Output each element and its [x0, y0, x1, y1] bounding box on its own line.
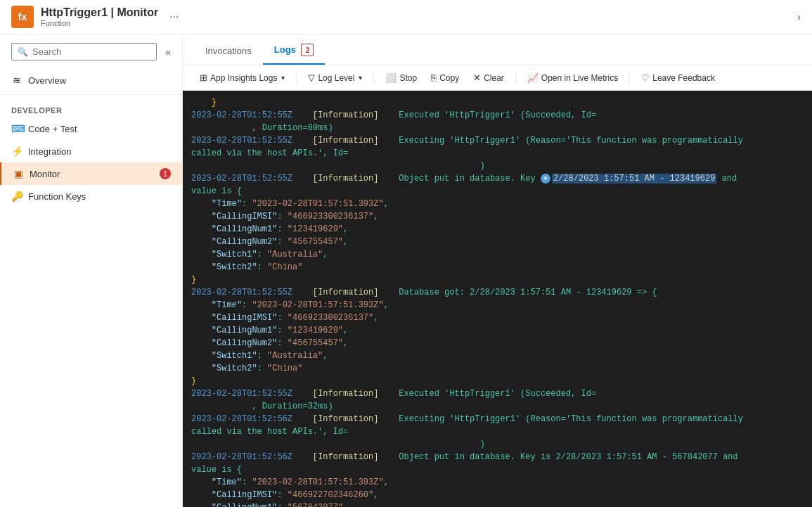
sidebar-item-label: Integration: [28, 146, 71, 157]
log-line: value is {: [191, 463, 804, 476]
copy-button[interactable]: ⎘ Copy: [425, 70, 465, 86]
log-line: "Switch2": "China": [191, 261, 804, 274]
app-insights-icon: ⊞: [200, 72, 207, 83]
log-line: "Time": "2023-02-28T01:57:51.393Z",: [191, 198, 804, 210]
overview-icon: ≋: [11, 75, 22, 86]
log-level-button[interactable]: ▽ Log Level: [302, 70, 368, 86]
sidebar-divider: [0, 94, 182, 95]
log-line: "CallingNum1": "567842077",: [191, 501, 804, 507]
page-subtitle: Function: [41, 19, 158, 27]
clear-button[interactable]: ✕ Clear: [468, 70, 510, 86]
log-line: "CallingIMSI": "466923300236137",: [191, 312, 804, 324]
stop-button[interactable]: ⬜ Stop: [380, 70, 423, 86]
feedback-icon: ♡: [641, 72, 650, 83]
log-line: "CallingIMSI": "466922702346260",: [191, 489, 804, 501]
filter-icon: ▽: [308, 72, 315, 83]
sidebar-item-integration[interactable]: ⚡ Integration: [0, 140, 182, 162]
log-console[interactable]: } 2023-02-28T01:52:55Z [Information] Exe…: [183, 91, 812, 507]
toolbar-separator-2: [373, 71, 374, 85]
tab-invocations[interactable]: Invocations: [194, 39, 263, 65]
log-line: 2023-02-28T01:52:55Z [Information] Datab…: [191, 286, 804, 299]
app-icon: fx: [11, 6, 34, 28]
log-line: ): [191, 438, 804, 451]
log-line: "Switch1": "Australia",: [191, 248, 804, 261]
stop-icon: ⬜: [385, 72, 397, 83]
sidebar-item-label: Function Keys: [28, 191, 86, 202]
content-area: Invocations Logs 2 ⊞ App Insights Logs ▽…: [183, 34, 812, 507]
clear-icon: ✕: [473, 72, 481, 83]
log-line: 2023-02-28T01:52:56Z [Information] Execu…: [191, 413, 804, 425]
sidebar: 🔍 « ≋ Overview Developer ⌨ Code + Test ⚡…: [0, 34, 183, 507]
log-line: 2023-02-28T01:52:56Z [Information] Objec…: [191, 451, 804, 463]
tab-logs[interactable]: Logs 2: [263, 37, 326, 65]
log-line: "CallingNum1": "123419629",: [191, 324, 804, 337]
copy-icon: ⎘: [431, 72, 437, 83]
search-icon: 🔍: [18, 47, 28, 57]
integration-icon: ⚡: [11, 146, 22, 157]
log-line: "CallingIMSI": "466923300236137",: [191, 210, 804, 223]
log-line: "CallingNum1": "123419629",: [191, 223, 804, 236]
log-line: }: [191, 274, 804, 286]
toolbar: ⊞ App Insights Logs ▽ Log Level ⬜ Stop ⎘…: [183, 65, 812, 91]
page-title: HttpTrigger1 | Monitor: [41, 6, 158, 19]
search-input[interactable]: [32, 46, 150, 57]
metrics-icon: 📈: [527, 72, 539, 83]
main-layout: 🔍 « ≋ Overview Developer ⌨ Code + Test ⚡…: [0, 34, 812, 507]
sidebar-item-monitor[interactable]: ▣ Monitor 1: [0, 162, 182, 185]
search-box[interactable]: 🔍: [11, 43, 157, 60]
log-line: , Duration=80ms): [191, 122, 804, 134]
header-ellipsis-icon[interactable]: ···: [169, 11, 179, 23]
monitor-badge: 1: [160, 168, 171, 179]
sidebar-item-label: Monitor: [30, 169, 60, 179]
log-line-highlight: 2023-02-28T01:52:55Z [Information] Objec…: [191, 172, 804, 185]
search-area: 🔍 «: [0, 34, 182, 69]
log-line: ): [191, 160, 804, 172]
log-line: "Switch2": "China": [191, 362, 804, 375]
toolbar-separator-3: [515, 71, 516, 85]
log-line: , Duration=32ms): [191, 400, 804, 413]
sidebar-item-function-keys[interactable]: 🔑 Function Keys: [0, 185, 182, 207]
log-line: "CallingNum2": "456755457",: [191, 236, 804, 248]
sidebar-item-code-test[interactable]: ⌨ Code + Test: [0, 117, 182, 140]
sidebar-item-overview[interactable]: ≋ Overview: [0, 69, 182, 91]
sidebar-item-label: Code + Test: [28, 124, 77, 134]
collapse-sidebar-icon[interactable]: «: [165, 46, 171, 58]
logs-badge: 2: [301, 44, 314, 56]
log-line: 2023-02-28T01:52:55Z [Information] Execu…: [191, 134, 804, 147]
monitor-icon: ▣: [13, 168, 24, 179]
log-line: "Switch1": "Australia",: [191, 349, 804, 362]
log-line: }: [191, 96, 804, 109]
header-expand-icon[interactable]: ›: [797, 11, 801, 23]
toolbar-separator-1: [296, 71, 297, 85]
function-keys-icon: 🔑: [11, 191, 22, 202]
sidebar-section-developer: Developer: [0, 98, 182, 117]
log-line: "Time": "2023-02-28T01:57:51.393Z",: [191, 299, 804, 312]
log-line: called via the host APIs.', Id=: [191, 425, 804, 438]
sidebar-item-label: Overview: [28, 75, 66, 86]
toolbar-separator-4: [629, 71, 630, 85]
log-line: 2023-02-28T01:52:55Z [Information] Execu…: [191, 387, 804, 400]
log-line: called via the host APIs.', Id=: [191, 147, 804, 160]
leave-feedback-button[interactable]: ♡ Leave Feedback: [636, 70, 721, 86]
open-live-metrics-button[interactable]: 📈 Open in Live Metrics: [522, 70, 624, 86]
log-line: value is {: [191, 185, 804, 198]
tabs-bar: Invocations Logs 2: [183, 34, 812, 65]
header-title-group: HttpTrigger1 | Monitor Function: [41, 6, 158, 27]
app-insights-logs-button[interactable]: ⊞ App Insights Logs: [194, 70, 290, 86]
log-line: "Time": "2023-02-28T01:57:51.393Z",: [191, 476, 804, 489]
code-icon: ⌨: [11, 123, 22, 134]
log-line: 2023-02-28T01:52:55Z [Information] Execu…: [191, 109, 804, 122]
top-header: fx HttpTrigger1 | Monitor Function ··· ›: [0, 0, 812, 34]
log-line: }: [191, 375, 804, 387]
log-line: "CallingNum2": "456755457",: [191, 337, 804, 349]
